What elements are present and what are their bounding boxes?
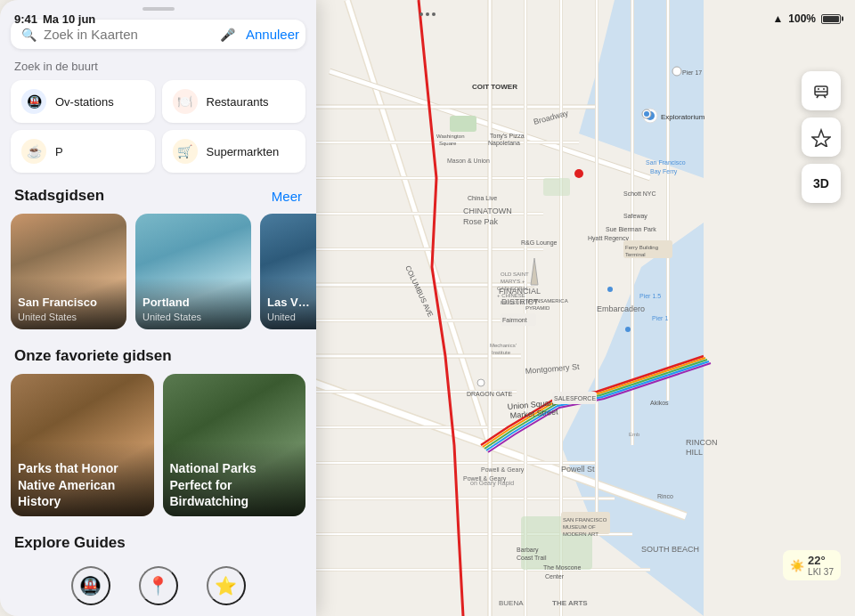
fav-card-parks[interactable]: Parks that Honor Native American History <box>11 374 154 516</box>
ov-icon: 🚇 <box>21 89 46 114</box>
svg-rect-88 <box>450 116 476 132</box>
svg-point-132 <box>818 88 819 90</box>
svg-text:Rinco: Rinco <box>657 493 673 499</box>
svg-text:HILL: HILL <box>686 448 703 457</box>
svg-text:Hyatt Regency: Hyatt Regency <box>588 235 629 242</box>
3d-label: 3D <box>813 176 829 190</box>
svg-text:China Live: China Live <box>468 195 497 201</box>
nearby-item-ov[interactable]: 🚇 Ov-stations <box>11 80 155 123</box>
guide-card-sf[interactable]: San Francisco United States <box>11 214 126 329</box>
supermarkten-label: Supermarkten <box>207 145 280 158</box>
svg-text:Ferry Building: Ferry Building <box>625 245 658 250</box>
svg-text:Emb: Emb <box>629 432 640 437</box>
svg-text:Powell St: Powell St <box>561 465 595 474</box>
svg-text:+ CHINESE: + CHINESE <box>497 293 525 298</box>
svg-text:SALESFORCE: SALESFORCE <box>554 395 596 401</box>
svg-text:CATHEDRAL: CATHEDRAL <box>497 286 530 291</box>
temperature-value: 22° <box>808 554 834 567</box>
svg-text:PYRAMID: PYRAMID <box>525 305 550 311</box>
guide-overlay-portland: Portland United States <box>135 278 251 329</box>
search-icon: 🔍 <box>21 28 37 42</box>
svg-text:San Francisco: San Francisco <box>646 159 686 166</box>
temperature-badge: ☀️ 22° LKI 37 <box>783 550 841 580</box>
nearby-grid: 🚇 Ov-stations 🍽️ Restaurants ☕ P 🛒 Super… <box>0 80 316 183</box>
more-dots-indicator <box>419 12 436 16</box>
svg-text:Terminal: Terminal <box>625 252 646 257</box>
favorites-tab-button[interactable]: ⭐ <box>207 566 246 605</box>
svg-text:Institute: Institute <box>492 350 511 355</box>
svg-text:Barbary: Barbary <box>517 547 539 554</box>
sun-icon: ☀️ <box>790 559 804 572</box>
svg-text:Napoletana: Napoletana <box>488 140 520 147</box>
svg-point-122 <box>625 327 631 332</box>
guide-overlay-lasvegas: Las V… United <box>260 278 316 329</box>
fav-guides-title: Onze favoriete gidsen <box>14 347 172 365</box>
temperature-sublabel: LKI 37 <box>808 567 834 577</box>
svg-text:MARY'S +: MARY'S + <box>501 279 525 284</box>
search-bar[interactable]: 🔍 🎤 Annuleer <box>11 20 305 49</box>
search-panel[interactable]: 🔍 🎤 Annuleer Zoek in de buurt 🚇 Ov-stati… <box>0 0 316 616</box>
nearby-item-koffie[interactable]: ☕ P <box>11 130 155 173</box>
svg-text:Schott NYC: Schott NYC <box>623 190 656 197</box>
fav-title-parks: Parks that Honor Native American History <box>18 460 147 509</box>
nearby-item-restaurants[interactable]: 🍽️ Restaurants <box>162 80 306 123</box>
meer-button[interactable]: Meer <box>272 189 302 204</box>
ov-label: Ov-stations <box>55 95 114 109</box>
fav-card-birds[interactable]: National Parks Perfect for Birdwatching <box>163 374 306 516</box>
cancel-button[interactable]: Annuleer <box>242 27 303 42</box>
search-input[interactable] <box>44 27 213 42</box>
transit-tab-button[interactable]: 🚇 <box>71 566 110 605</box>
svg-text:The Moscone: The Moscone <box>543 564 582 571</box>
svg-text:MUSEUM: MUSEUM <box>501 300 525 305</box>
microphone-icon[interactable]: 🎤 <box>220 28 235 42</box>
svg-text:Exploratorium: Exploratorium <box>661 113 705 121</box>
city-guides-scroll[interactable]: San Francisco United States Portland Uni… <box>0 214 316 344</box>
guide-title-portland: Portland <box>142 296 244 310</box>
koffie-icon: ☕ <box>21 139 46 164</box>
svg-text:Safeway: Safeway <box>623 213 647 220</box>
svg-text:Sue Bierman Park: Sue Bierman Park <box>606 226 656 232</box>
guide-card-lasvegas[interactable]: Las V… United <box>260 214 316 329</box>
svg-text:OLD SAINT: OLD SAINT <box>501 272 529 277</box>
location-button[interactable] <box>802 118 841 157</box>
supermarkten-icon: 🛒 <box>173 139 198 164</box>
guide-subtitle-lasvegas: United <box>267 312 316 322</box>
restaurants-icon: 🍽️ <box>173 89 198 114</box>
svg-text:Rose Pak: Rose Pak <box>463 217 499 226</box>
panel-handle <box>142 7 175 11</box>
restaurants-label: Restaurants <box>207 95 269 109</box>
fav-guides-grid: Parks that Honor Native American History… <box>0 374 316 531</box>
nearby-item-supermarkten[interactable]: 🛒 Supermarkten <box>162 130 306 173</box>
svg-text:Powell & Geary: Powell & Geary <box>463 475 507 482</box>
transit-button[interactable] <box>802 71 841 110</box>
svg-rect-128 <box>815 86 827 95</box>
map-controls: 3D <box>802 71 841 203</box>
svg-text:Washington: Washington <box>436 134 464 139</box>
koffie-label: P <box>55 145 63 158</box>
svg-rect-51 <box>543 178 570 196</box>
panel-bottom-icons: 🚇 📍 ⭐ <box>0 559 316 616</box>
svg-point-133 <box>823 88 825 90</box>
svg-text:Square: Square <box>439 141 457 146</box>
explore-section: Explore Guides <box>0 531 316 559</box>
map-tab-button[interactable]: 📍 <box>139 566 178 605</box>
svg-text:Pier 17: Pier 17 <box>682 69 702 76</box>
svg-text:Tony's Pizza: Tony's Pizza <box>490 133 525 140</box>
svg-text:Pier 1: Pier 1 <box>652 315 668 321</box>
svg-text:Center: Center <box>545 573 565 580</box>
guide-card-portland[interactable]: Portland United States <box>135 214 251 329</box>
3d-button[interactable]: 3D <box>802 164 841 203</box>
city-guides-header: Stadsgidsen Meer <box>0 183 316 214</box>
svg-text:COIT TOWER: COIT TOWER <box>472 83 517 91</box>
guide-title-sf: San Francisco <box>18 296 119 310</box>
svg-text:SOUTH BEACH: SOUTH BEACH <box>641 545 699 554</box>
svg-text:Fairmont: Fairmont <box>502 317 527 323</box>
svg-text:R&G Lounge: R&G Lounge <box>521 239 558 247</box>
svg-text:Powell & Geary: Powell & Geary <box>481 466 525 474</box>
svg-point-75 <box>477 379 484 386</box>
svg-text:THE ARTS: THE ARTS <box>552 599 588 607</box>
guide-subtitle-portland: United States <box>142 312 244 322</box>
svg-text:TRANSAMERICA: TRANSAMERICA <box>525 298 568 304</box>
guide-title-lasvegas: Las V… <box>267 296 316 310</box>
guide-subtitle-sf: United States <box>18 312 119 322</box>
